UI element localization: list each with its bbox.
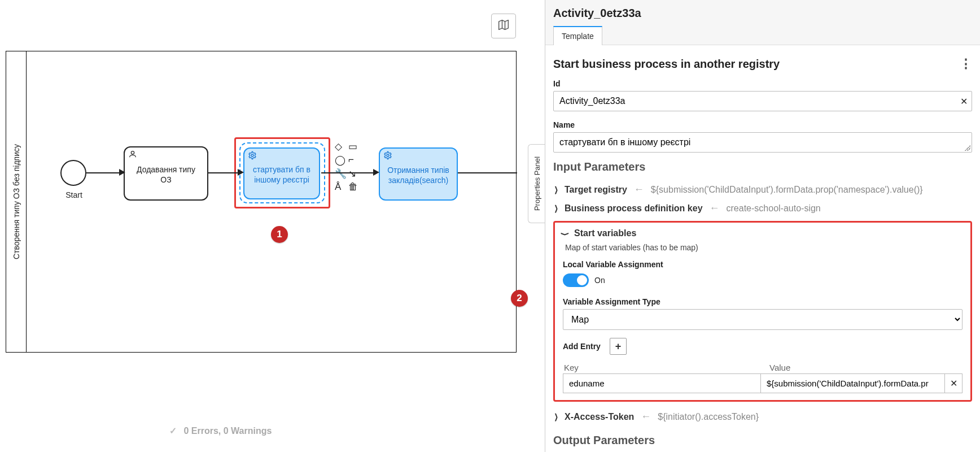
arrow-head-icon	[238, 169, 244, 176]
gear-icon	[248, 151, 257, 162]
svg-marker-0	[499, 20, 509, 29]
kv-header: Key Value	[563, 363, 963, 373]
map-icon	[497, 19, 510, 33]
context-aa-icon[interactable]: Å	[335, 181, 341, 193]
check-icon: ✓	[169, 426, 177, 436]
context-connect-icon[interactable]: ↘	[348, 168, 356, 180]
status-bar: ✓ 0 Errors, 0 Warnings	[0, 422, 272, 440]
assign-arrow-icon: ←	[634, 184, 644, 195]
task-label: стартувати бп в іншому реєстрі	[250, 164, 313, 185]
properties-body: Start business process in another regist…	[545, 45, 980, 452]
param-bpd-key[interactable]: ❯ Business process definition key ← crea…	[553, 199, 972, 218]
sequence-flow[interactable]	[86, 172, 124, 173]
lva-toggle[interactable]	[563, 273, 589, 287]
param-name: Target registry	[565, 185, 627, 195]
chevron-right-icon: ❯	[554, 204, 557, 212]
kebab-menu-icon[interactable]: ⋮	[960, 56, 972, 71]
panel-tabs: Template	[553, 25, 970, 45]
param-name: Start variables	[574, 228, 636, 238]
context-delete-icon[interactable]: 🗑	[348, 181, 358, 193]
add-entry-row: Add Entry +	[563, 338, 963, 355]
pool-label: Створення типу ОЗ без підпису	[6, 51, 27, 352]
id-label: Id	[553, 79, 972, 88]
overview-map-button[interactable]	[491, 14, 516, 38]
name-input-wrap	[553, 132, 972, 153]
param-x-access-token[interactable]: ❯ X-Access-Token ← ${initiator().accessT…	[553, 407, 972, 426]
param-value: ${submission('ChildDataInput').formData.…	[651, 185, 923, 195]
param-name: Business process definition key	[565, 203, 703, 214]
call-activity-get-types[interactable]: Отримання типів закладів(search)	[379, 147, 458, 201]
lva-toggle-wrap: On	[563, 273, 963, 287]
param-name: X-Access-Token	[565, 412, 634, 422]
annotation-badge-2: 2	[511, 290, 528, 307]
sequence-flow[interactable]	[321, 172, 375, 173]
task-label: Отримання типів закладів(search)	[386, 165, 451, 185]
input-parameters-heading: Input Parameters	[553, 160, 972, 173]
properties-header: Activity_0etz33a Template	[545, 0, 980, 45]
sequence-flow[interactable]	[208, 172, 241, 173]
id-input-wrap: ✕	[553, 91, 972, 111]
context-gateway-icon[interactable]: ◇	[335, 141, 342, 153]
name-input[interactable]	[553, 132, 972, 153]
start-variables-highlight: ❯ Start variables Map of start variables…	[553, 221, 972, 402]
properties-panel-toggle[interactable]: Properties Panel	[528, 144, 545, 223]
start-variables-description: Map of start variables (has to be map)	[565, 243, 963, 252]
assign-arrow-icon: ←	[641, 411, 651, 423]
lva-label: Local Variable Assignment	[563, 260, 963, 269]
start-event-label: Start	[57, 190, 91, 199]
vat-label: Variable Assignment Type	[563, 297, 963, 306]
gear-icon	[383, 151, 392, 162]
add-entry-label: Add Entry	[563, 342, 601, 351]
chevron-right-icon: ❯	[554, 412, 557, 421]
vat-select[interactable]: Map	[563, 309, 963, 330]
param-value: ${initiator().accessToken}	[658, 412, 759, 422]
arrow-head-icon	[119, 169, 125, 176]
lva-state-text: On	[594, 276, 605, 285]
kv-value-input[interactable]	[760, 373, 944, 393]
param-target-registry[interactable]: ❯ Target registry ← ${submission('ChildD…	[553, 180, 972, 199]
chevron-right-icon: ❯	[554, 185, 557, 194]
output-parameters-heading: Output Parameters	[553, 434, 972, 447]
param-value: create-school-auto-sign	[727, 203, 821, 214]
sequence-flow[interactable]	[458, 172, 517, 173]
pool-title: Створення типу ОЗ без підпису	[12, 144, 21, 259]
clear-id-button[interactable]: ✕	[960, 96, 968, 107]
user-task-add-type[interactable]: Додавання типу ОЗ	[124, 146, 208, 201]
chevron-down-icon: ❯	[561, 232, 570, 235]
start-event[interactable]	[60, 160, 86, 186]
tab-template[interactable]: Template	[553, 26, 602, 45]
properties-title: Activity_0etz33a	[553, 7, 970, 20]
assign-arrow-icon: ←	[710, 202, 720, 214]
bpmn-canvas[interactable]: Створення типу ОЗ без підпису Start Дода…	[0, 0, 519, 452]
template-section-title-text: Start business process in another regist…	[553, 58, 780, 71]
context-wrench-icon[interactable]: 🔧	[335, 168, 347, 180]
svg-point-4	[251, 154, 253, 157]
svg-point-3	[131, 151, 134, 154]
bpmn-pool[interactable]: Створення типу ОЗ без підпису Start Дода…	[6, 51, 517, 353]
properties-panel: Activity_0etz33a Template Start business…	[545, 0, 980, 452]
param-start-variables[interactable]: ❯ Start variables	[563, 228, 963, 242]
properties-panel-toggle-label: Properties Panel	[532, 157, 541, 211]
context-annotation-icon[interactable]: ⌐	[348, 154, 354, 166]
svg-point-5	[387, 154, 389, 157]
context-end-event-icon[interactable]: ◯	[335, 154, 345, 166]
add-entry-button[interactable]: +	[610, 338, 627, 355]
task-label: Додавання типу ОЗ	[130, 164, 202, 185]
context-task-icon[interactable]: ▭	[348, 141, 357, 153]
arrow-head-icon	[373, 169, 379, 176]
status-text: 0 Errors, 0 Warnings	[183, 426, 272, 436]
kv-value-header: Value	[769, 363, 961, 372]
user-icon	[128, 150, 137, 161]
template-section-title: Start business process in another regist…	[553, 56, 972, 71]
kv-row: ✕	[563, 373, 963, 393]
id-input[interactable]	[553, 91, 972, 111]
call-activity-start-bp[interactable]: стартувати бп в іншому реєстрі	[243, 147, 320, 199]
kv-remove-button[interactable]: ✕	[944, 373, 963, 393]
resize-handle-icon[interactable]	[965, 145, 970, 151]
annotation-badge-1: 1	[271, 226, 288, 243]
kv-key-input[interactable]	[563, 373, 760, 393]
kv-key-header: Key	[564, 363, 762, 372]
name-label: Name	[553, 120, 972, 129]
